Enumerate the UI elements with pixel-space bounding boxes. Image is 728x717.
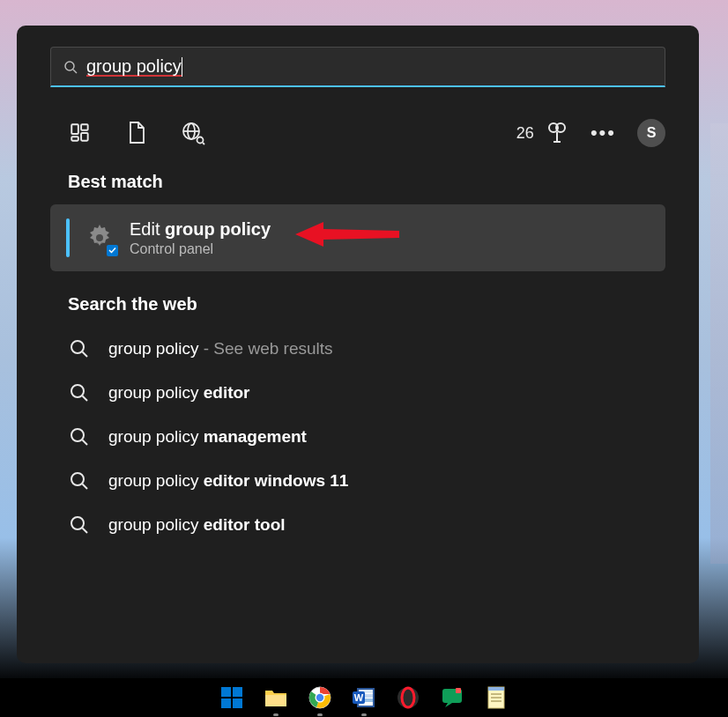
apps-scope-icon[interactable] <box>68 121 93 145</box>
svg-point-14 <box>96 234 103 241</box>
web-result-item[interactable]: group policy editor windows 11 <box>50 459 665 503</box>
chat-app-icon[interactable] <box>439 684 465 711</box>
search-icon <box>63 60 78 74</box>
svg-line-10 <box>203 143 204 144</box>
svg-line-19 <box>83 396 88 402</box>
svg-rect-28 <box>221 699 231 708</box>
web-result-text: group policy management <box>108 427 307 447</box>
word-icon[interactable]: W <box>351 684 377 711</box>
search-query-text: group policy <box>86 57 182 77</box>
svg-point-24 <box>71 517 84 529</box>
svg-rect-5 <box>71 137 78 140</box>
svg-point-0 <box>65 62 74 70</box>
control-panel-icon <box>84 222 115 254</box>
svg-rect-27 <box>233 687 242 697</box>
search-icon <box>70 471 89 491</box>
best-match-title: Edit group policy <box>130 219 271 240</box>
web-result-text: group policy editor <box>108 383 250 403</box>
chrome-icon[interactable] <box>307 684 333 711</box>
web-result-text: group policy - See web results <box>108 339 333 358</box>
rewards-count: 26 <box>516 124 534 143</box>
svg-rect-45 <box>456 688 461 693</box>
annotation-arrow-icon <box>295 215 401 254</box>
search-icon <box>70 383 89 403</box>
web-result-text: group policy editor tool <box>108 515 286 535</box>
svg-line-21 <box>83 440 88 446</box>
svg-rect-47 <box>488 687 504 691</box>
svg-line-1 <box>73 70 77 73</box>
search-input[interactable]: group policy <box>78 56 652 78</box>
notepad-icon[interactable] <box>483 684 509 711</box>
svg-rect-3 <box>81 124 88 130</box>
svg-marker-15 <box>295 222 399 247</box>
web-scope-icon[interactable] <box>181 121 205 145</box>
search-web-header: Search the web <box>68 294 655 314</box>
best-match-subtitle: Control panel <box>130 241 271 257</box>
best-match-result[interactable]: Edit group policy Control panel <box>50 204 665 271</box>
svg-point-20 <box>71 429 84 441</box>
web-result-text: group policy editor windows 11 <box>108 471 348 491</box>
search-box[interactable]: group policy <box>50 47 665 87</box>
svg-line-25 <box>83 529 88 534</box>
svg-point-22 <box>71 473 84 485</box>
windows-search-panel: group policy 26 ••• S Best match <box>17 26 699 663</box>
search-icon <box>70 339 89 358</box>
web-result-item[interactable]: group policy editor <box>50 371 665 415</box>
svg-rect-26 <box>221 687 231 697</box>
user-avatar[interactable]: S <box>637 119 665 147</box>
svg-line-17 <box>83 352 88 358</box>
more-options-icon[interactable]: ••• <box>591 122 616 144</box>
svg-point-18 <box>71 385 84 397</box>
search-icon <box>70 515 89 535</box>
opera-icon[interactable] <box>395 684 421 711</box>
rewards-icon[interactable] <box>545 121 569 145</box>
svg-point-34 <box>316 694 323 701</box>
wallpaper-decoration <box>710 123 728 564</box>
web-result-item[interactable]: group policy editor tool <box>50 503 665 547</box>
svg-rect-2 <box>71 124 78 134</box>
svg-rect-29 <box>233 699 242 708</box>
web-result-item[interactable]: group policy management <box>50 415 665 459</box>
svg-point-16 <box>71 341 84 353</box>
svg-rect-4 <box>81 133 88 141</box>
text-cursor <box>182 57 182 77</box>
svg-line-23 <box>83 484 88 490</box>
svg-text:W: W <box>354 692 364 703</box>
web-result-item[interactable]: group policy - See web results <box>50 327 665 371</box>
search-icon <box>70 427 89 447</box>
documents-scope-icon[interactable] <box>124 121 149 145</box>
web-results-list: group policy - See web results group pol… <box>50 327 665 547</box>
taskbar: W <box>0 678 728 717</box>
best-match-header: Best match <box>68 172 655 192</box>
selection-indicator <box>66 218 70 257</box>
svg-rect-30 <box>265 695 286 706</box>
start-button[interactable] <box>219 684 245 711</box>
file-explorer-icon[interactable] <box>263 684 289 711</box>
search-scope-row: 26 ••• S <box>50 103 665 163</box>
svg-point-9 <box>197 137 204 144</box>
